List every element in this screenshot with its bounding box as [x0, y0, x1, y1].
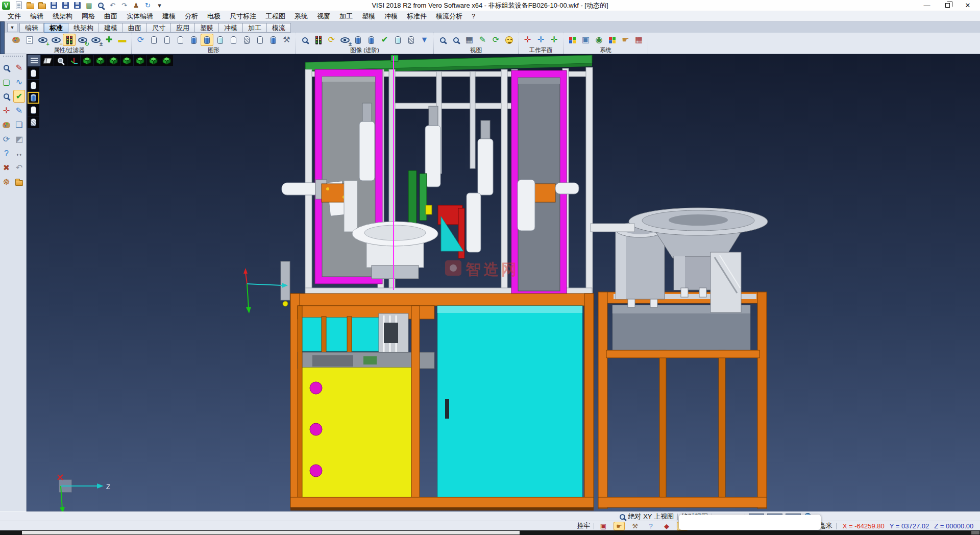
menu-item[interactable]: 网格 [77, 12, 100, 21]
shaded-edges-icon[interactable] [201, 34, 213, 46]
axis-view-icon[interactable] [67, 55, 80, 66]
view-zoom-icon[interactable] [620, 514, 625, 520]
spline-icon[interactable]: ∿ [13, 76, 25, 88]
view-front-icon[interactable] [94, 55, 107, 66]
ribbon-tab[interactable]: 冲模 [219, 23, 243, 33]
pick-settings-icon[interactable]: ☛ [619, 34, 632, 46]
toolbar-grip[interactable] [3, 56, 23, 59]
delete-icon[interactable]: ✖ [1, 161, 12, 174]
mesh-shade-icon[interactable] [240, 34, 253, 46]
sogou-ime-bar[interactable]: S中’,☺ [679, 515, 821, 530]
display-shaded-icon[interactable] [28, 92, 39, 104]
3d-viewport[interactable]: 智造网 Z [27, 54, 980, 512]
refresh-visibility-icon[interactable]: ↻ [76, 34, 89, 46]
workplane-align-icon[interactable]: ✛ [548, 34, 560, 46]
menu-item[interactable]: 尺寸标注 [225, 12, 261, 21]
menu-item[interactable]: 建模 [158, 12, 180, 21]
menu-item[interactable]: 系统 [290, 12, 312, 21]
new-document-icon[interactable] [13, 1, 24, 10]
menu-item[interactable]: 模流分析 [431, 12, 467, 21]
measure-icon[interactable]: ↔ [13, 147, 25, 160]
menu-item[interactable]: 视窗 [312, 12, 335, 21]
view-iso-icon[interactable] [134, 55, 146, 66]
dashed-hidden-icon[interactable] [174, 34, 187, 46]
menu-item[interactable]: 分析 [180, 12, 203, 21]
snap-help-icon[interactable]: ? [645, 522, 656, 530]
dynamic-render-icon[interactable] [267, 34, 280, 46]
hide-remove-icon[interactable]: − [50, 34, 62, 46]
canvas-menu-icon[interactable] [28, 55, 40, 66]
undo-icon[interactable]: ↶ [107, 1, 118, 10]
save-all-icon[interactable] [72, 1, 83, 10]
confirm-icon[interactable]: ✔ [13, 90, 25, 103]
view-iso-side-icon[interactable] [160, 55, 173, 66]
close-button[interactable]: ✕ [958, 0, 978, 11]
sketch-view-icon[interactable]: ✎ [476, 34, 489, 46]
ribbon-tab[interactable]: 尺寸 [147, 23, 171, 33]
copy-attributes-icon[interactable] [23, 34, 36, 46]
print-icon[interactable]: ▤ [84, 1, 94, 10]
more-commands-icon[interactable]: ▾ [154, 1, 165, 10]
refresh-icon[interactable]: ↻ [142, 1, 153, 10]
display-wireframe-icon[interactable] [28, 67, 39, 79]
ribbon-tab[interactable]: 模流 [267, 23, 291, 33]
zoom-all-icon[interactable] [450, 34, 462, 46]
ribbon-tab[interactable]: 应用 [171, 23, 195, 33]
zoom-image-icon[interactable] [299, 34, 311, 46]
ribbon-tab[interactable]: 标准 [44, 23, 68, 33]
render-settings-icon[interactable]: ⚒ [280, 34, 293, 46]
system-tools-icon[interactable]: ◉ [593, 34, 605, 46]
menu-item[interactable]: 工程图 [261, 12, 290, 21]
cone-display-icon[interactable]: ▼ [418, 34, 431, 46]
menu-item[interactable]: 冲模 [380, 12, 402, 21]
move-origin-icon[interactable]: ✛ [1, 104, 12, 117]
edit-delete-icon[interactable]: ✎ [13, 61, 25, 74]
display-hidden-icon[interactable] [28, 80, 39, 91]
open-folder-icon[interactable] [25, 1, 36, 10]
transparent-adv-icon[interactable] [391, 34, 404, 46]
regenerate-icon[interactable]: ⟳ [134, 34, 147, 46]
advanced-filter-icon[interactable] [312, 34, 325, 46]
toggle-elements-icon[interactable]: ± [338, 34, 351, 46]
timer-icon[interactable]: ♟ [131, 1, 141, 10]
plane-view-icon[interactable] [41, 55, 54, 66]
display-flat-icon[interactable] [28, 104, 39, 116]
menu-item[interactable]: 曲面 [100, 12, 122, 21]
snap-disable-icon[interactable]: ▣ [598, 522, 609, 530]
minimize-button[interactable]: — [917, 0, 937, 11]
view-right-icon[interactable] [120, 55, 133, 66]
snap-point-icon[interactable]: ◆ [661, 522, 672, 530]
zoom-view-icon[interactable] [54, 55, 67, 66]
regen-icon[interactable]: ⟳ [1, 133, 12, 145]
sketch-icon[interactable]: ✎ [13, 104, 25, 117]
zoom-preview-icon[interactable] [1, 61, 12, 74]
snap-wand-icon[interactable]: ☛ [614, 522, 625, 530]
open-model-icon[interactable] [13, 176, 25, 188]
restore-button[interactable] [937, 0, 958, 11]
validate-shade-icon[interactable]: ✔ [378, 34, 391, 46]
save-as-icon[interactable] [60, 1, 71, 10]
save-icon[interactable] [48, 1, 59, 10]
show-all-icon[interactable]: ✚ [103, 34, 115, 46]
show-add-icon[interactable]: + [36, 34, 49, 46]
view-left-icon[interactable] [107, 55, 120, 66]
preview-icon[interactable] [95, 1, 106, 10]
calculator-icon[interactable]: ▦ [632, 34, 645, 46]
help-icon[interactable]: ? [1, 147, 12, 160]
menu-item[interactable]: 标准件 [402, 12, 431, 21]
snap-tool-icon[interactable]: ⚒ [629, 522, 641, 530]
transparent-shade-icon[interactable] [214, 34, 227, 46]
wireframe-icon[interactable] [148, 34, 160, 46]
workplane-edit-icon[interactable]: ✛ [534, 34, 547, 46]
menu-item[interactable]: 编辑 [26, 12, 48, 21]
ribbon-tab[interactable]: 加工 [243, 23, 267, 33]
render-attributes-icon[interactable] [1, 118, 12, 131]
ribbon-tab[interactable]: 塑膜 [195, 23, 219, 33]
modify-attributes-icon[interactable] [10, 34, 22, 46]
color-palette-icon[interactable] [566, 34, 579, 46]
taskbar-sliver[interactable] [0, 530, 980, 535]
menu-item[interactable]: 电极 [203, 12, 225, 21]
shade-option-a-icon[interactable] [352, 34, 364, 46]
tab-dropdown-button[interactable]: ▼ [7, 23, 17, 32]
refresh-image-icon[interactable]: ⟳ [325, 34, 338, 46]
